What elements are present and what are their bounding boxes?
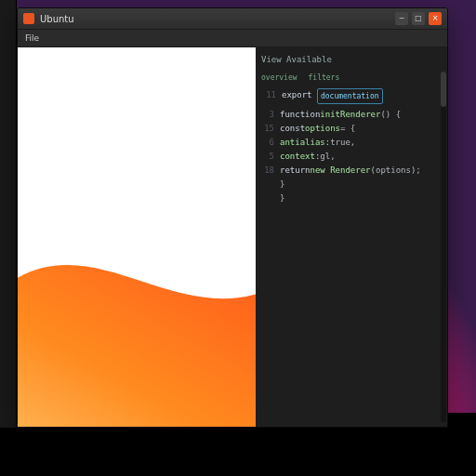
maximize-button[interactable]: □ bbox=[412, 12, 425, 25]
wallpaper-wave-graphic bbox=[18, 47, 256, 428]
code-keyword: return bbox=[280, 164, 311, 178]
editor-scrollbar[interactable] bbox=[441, 72, 446, 423]
code-identifier: new Renderer bbox=[311, 164, 371, 178]
line-gutter: 11 bbox=[261, 88, 276, 104]
line-number: 18 bbox=[259, 164, 274, 178]
menu-item-file[interactable]: File bbox=[25, 33, 39, 43]
code-punct: gl, bbox=[320, 150, 335, 164]
window-body: View Available overview filters 11 expor… bbox=[18, 47, 447, 428]
code-editor-pane[interactable]: View Available overview filters 11 expor… bbox=[256, 47, 447, 428]
menu-bar[interactable]: File bbox=[18, 30, 447, 47]
line-number bbox=[259, 192, 274, 205]
code-keyword: export bbox=[282, 88, 317, 104]
code-identifier: initRenderer bbox=[320, 108, 380, 122]
editor-header-left: View Available bbox=[261, 53, 332, 67]
code-keyword: function bbox=[280, 108, 320, 122]
code-line[interactable]: } bbox=[259, 178, 443, 192]
line-number: 5 bbox=[259, 150, 274, 164]
window-title: Ubuntu bbox=[40, 14, 391, 24]
application-window: Ubuntu − □ × File bbox=[17, 7, 448, 428]
code-line[interactable]: 6antialias: true, bbox=[259, 136, 443, 150]
code-line[interactable]: } bbox=[259, 192, 443, 205]
code-body[interactable]: 3function initRenderer() {15const option… bbox=[256, 108, 447, 205]
line-number bbox=[259, 178, 274, 192]
desktop-wallpaper: Ubuntu − □ × File bbox=[0, 0, 476, 476]
code-identifier: antialias: bbox=[280, 136, 330, 150]
code-punct: () { bbox=[380, 108, 401, 122]
code-punct: (options); bbox=[371, 164, 421, 178]
editor-sub-right[interactable]: filters bbox=[309, 71, 340, 85]
editor-subheader: overview filters bbox=[256, 71, 447, 88]
code-punct: } bbox=[280, 178, 284, 192]
line-number: 3 bbox=[259, 108, 274, 122]
code-punct: } bbox=[280, 192, 284, 205]
code-identifier: context: bbox=[280, 150, 320, 164]
editor-header: View Available bbox=[256, 51, 447, 71]
preview-pane bbox=[18, 47, 256, 428]
window-titlebar[interactable]: Ubuntu − □ × bbox=[18, 8, 447, 30]
code-line[interactable]: 5context: gl, bbox=[259, 150, 443, 164]
code-line[interactable]: 18return new Renderer(options); bbox=[259, 164, 443, 178]
line-number: 15 bbox=[259, 122, 274, 136]
close-button[interactable]: × bbox=[429, 12, 442, 25]
code-punct: true, bbox=[330, 136, 355, 150]
editor-sub-left[interactable]: overview bbox=[261, 71, 298, 85]
scrollbar-thumb[interactable] bbox=[441, 72, 446, 107]
code-line[interactable]: 3function initRenderer() { bbox=[259, 108, 443, 122]
code-punct: = { bbox=[340, 122, 355, 136]
code-identifier: options bbox=[305, 122, 340, 136]
line-number: 6 bbox=[259, 136, 274, 150]
inline-selector[interactable]: documentation bbox=[317, 88, 383, 104]
code-keyword: const bbox=[280, 122, 305, 136]
code-line[interactable]: 15const options = { bbox=[259, 122, 443, 136]
minimize-button[interactable]: − bbox=[395, 12, 408, 25]
app-icon bbox=[23, 13, 34, 24]
dock-launcher[interactable] bbox=[0, 0, 17, 428]
